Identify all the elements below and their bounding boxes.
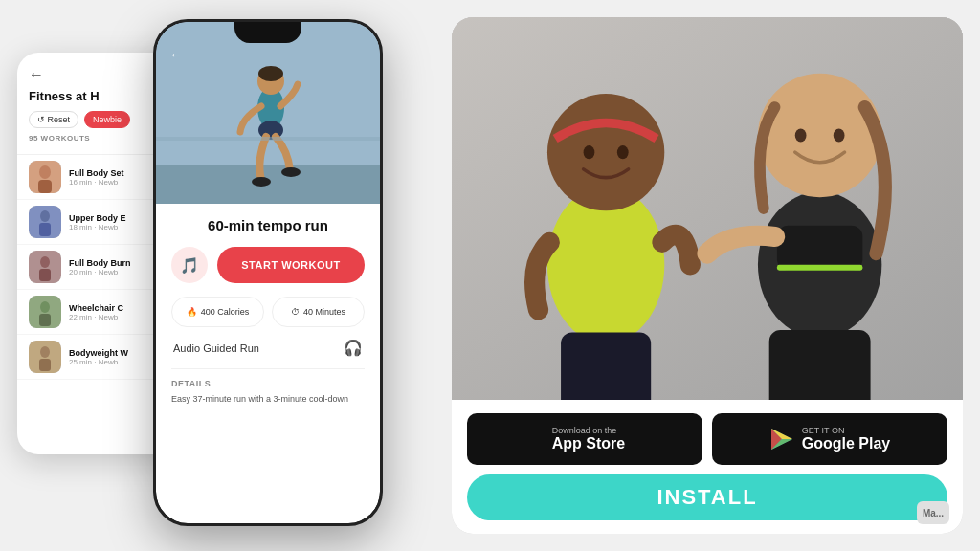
foreground-phone: ← — [153, 19, 383, 526]
svg-point-35 — [795, 128, 807, 142]
reset-filter-btn[interactable]: ↺ Reset — [29, 111, 78, 128]
details-text: Easy 37-minute run with a 3-minute cool-… — [171, 393, 365, 406]
svg-rect-32 — [777, 226, 862, 271]
svg-rect-11 — [39, 314, 51, 326]
svg-point-34 — [758, 74, 881, 197]
details-section: DETAILS Easy 37-minute run with a 3-minu… — [171, 368, 365, 406]
workout-thumb-1 — [29, 161, 61, 193]
calories-value: 400 Calories — [201, 307, 250, 317]
store-buttons-row: Download on the App Store — [467, 413, 947, 465]
svg-point-21 — [252, 177, 271, 187]
svg-point-10 — [40, 301, 50, 313]
google-play-icon — [769, 427, 794, 452]
svg-point-1 — [39, 165, 51, 179]
svg-rect-2 — [38, 180, 52, 193]
svg-point-36 — [834, 128, 845, 142]
clock-icon: ⏱ — [291, 307, 300, 317]
app-store-main-label: App Store — [552, 435, 625, 452]
audio-guided-row: Audio Guided Run 🎧 — [171, 339, 365, 357]
start-workout-button[interactable]: START WORKOUT — [217, 247, 365, 283]
svg-rect-23 — [156, 137, 380, 141]
svg-point-13 — [40, 346, 50, 358]
music-button[interactable]: 🎵 — [171, 247, 208, 283]
audio-guide-icon: 🎧 — [344, 339, 363, 357]
svg-point-28 — [584, 145, 595, 159]
workout-thumb-4 — [29, 296, 61, 328]
start-row: 🎵 START WORKOUT — [171, 247, 365, 283]
svg-rect-30 — [561, 332, 651, 400]
svg-rect-33 — [777, 265, 862, 271]
workout-thumb-3 — [29, 251, 61, 283]
app-store-text: Download on the App Store — [552, 427, 625, 452]
app-store-button[interactable]: Download on the App Store — [467, 413, 702, 465]
svg-rect-14 — [39, 359, 51, 371]
workout-detail-title: 60-min tempo run — [171, 217, 365, 233]
google-play-text: GET IT ON Google Play — [802, 427, 890, 452]
svg-point-29 — [617, 145, 629, 159]
time-chip: ⏱ 40 Minutes — [272, 297, 365, 327]
svg-point-19 — [258, 66, 283, 81]
google-play-button[interactable]: GET IT ON Google Play — [712, 413, 947, 465]
install-button[interactable]: INSTALL — [467, 474, 947, 520]
google-play-main-label: Google Play — [802, 435, 890, 452]
ma-badge: Ma... — [917, 501, 949, 524]
phone-hero-image: ← — [156, 22, 380, 204]
stats-row: 🔥 400 Calories ⏱ 40 Minutes — [171, 297, 365, 327]
ad-photo — [452, 17, 963, 400]
fg-phone-back[interactable]: ← — [169, 47, 183, 62]
google-play-sub-label: GET IT ON — [802, 427, 890, 435]
app-store-sub-label: Download on the — [552, 427, 625, 435]
workout-thumb-2 — [29, 206, 61, 238]
time-value: 40 Minutes — [303, 307, 345, 317]
svg-point-22 — [281, 167, 301, 177]
svg-rect-37 — [769, 330, 871, 400]
phone-content: 60-min tempo run 🎵 START WORKOUT 🔥 400 C… — [156, 204, 380, 415]
ad-card: Download on the App Store — [452, 17, 963, 534]
left-side: ← Fitness at H ↺ Reset Newbie 95 WORKOUT… — [0, 0, 440, 551]
fire-icon: 🔥 — [187, 307, 197, 317]
ad-bottom: Download on the App Store — [452, 400, 963, 534]
svg-point-7 — [40, 256, 50, 268]
workout-thumb-5 — [29, 341, 61, 373]
phone-notch — [234, 22, 301, 43]
svg-rect-5 — [39, 223, 51, 236]
calories-chip: 🔥 400 Calories — [171, 297, 264, 327]
svg-rect-8 — [39, 269, 51, 281]
main-container: ← Fitness at H ↺ Reset Newbie 95 WORKOUT… — [0, 0, 980, 551]
newbie-filter-btn[interactable]: Newbie — [84, 111, 130, 128]
svg-point-4 — [40, 210, 50, 222]
svg-point-27 — [547, 94, 664, 210]
audio-guided-label: Audio Guided Run — [173, 342, 259, 354]
right-side: Download on the App Store — [440, 0, 980, 551]
details-label: DETAILS — [171, 379, 365, 388]
